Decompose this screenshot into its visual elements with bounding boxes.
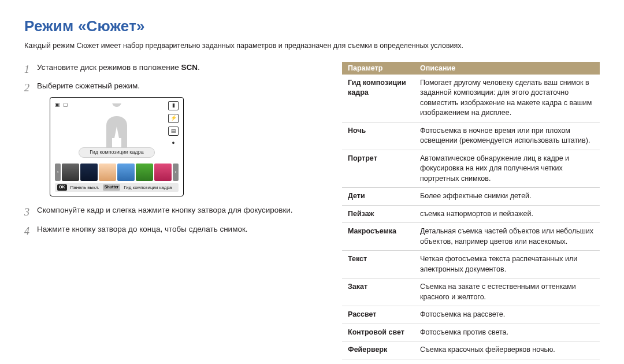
step-1-text-pre: Установите диск режимов в положение: [37, 63, 181, 72]
param-name: Портрет: [342, 150, 414, 188]
size-icon: ▤: [168, 127, 179, 136]
param-name: Контровой свет: [342, 324, 414, 341]
thumb-2[interactable]: [80, 164, 98, 181]
step-4-text: Нажмите кнопку затвора до конца, чтобы с…: [37, 225, 248, 233]
right-column: Параметр Описание Гид композиции кадраПо…: [342, 62, 600, 365]
flash-icon: ⚡: [168, 114, 179, 123]
step-3: Скомпонуйте кадр и слегка нажмите кнопку…: [24, 205, 319, 217]
step-4: Нажмите кнопку затвора до конца, чтобы с…: [24, 224, 319, 236]
param-desc: Фотосъемка на рассвете.: [414, 306, 600, 324]
screen-bottom-bar: OK Панель выкл. Shutter Гид композиции к…: [55, 183, 179, 192]
param-name: Фейерверк: [342, 341, 414, 359]
param-name: Пейзаж: [342, 205, 414, 223]
screen-top-left-icons: ▣ ▢: [55, 101, 69, 109]
ok-chip: OK: [57, 184, 67, 191]
photo-icon: ▢: [63, 102, 69, 107]
table-row: НочьФотосъемка в ночное время или при пл…: [342, 122, 600, 150]
scn-icon: SCN: [181, 63, 198, 72]
params-table: Параметр Описание Гид композиции кадраПо…: [342, 62, 600, 365]
param-desc: Помогает другому человеку сделать ваш сн…: [414, 75, 600, 122]
shutter-chip-label: Гид композиции кадра: [124, 184, 172, 191]
table-row: ЗакатСъемка на закате с естественными от…: [342, 278, 600, 306]
step-2: Выберите сюжетный режим. ▣ ▢ ▮ ⚡ ▤: [24, 80, 319, 196]
param-name: Гид композиции кадра: [342, 75, 414, 122]
ok-chip-label: Панель выкл.: [70, 184, 99, 191]
param-name: Рассвет: [342, 306, 414, 324]
guide-label: Гид композиции кадра: [79, 147, 155, 158]
param-name: Макросъемка: [342, 223, 414, 251]
table-row: Пляж/снегУменьшение недоэкспонирования, …: [342, 359, 600, 364]
two-columns: Установите диск режимов в положение SCN.…: [24, 62, 600, 365]
step-2-text: Выберите сюжетный режим.: [37, 81, 140, 90]
step-3-text: Скомпонуйте кадр и слегка нажмите кнопку…: [37, 206, 293, 214]
thumb-6[interactable]: [154, 164, 172, 181]
table-row: ТекстЧеткая фотосъемка текста распечатан…: [342, 251, 600, 278]
page-title: Режим «Сюжет»: [24, 17, 600, 35]
battery-icon: ▮: [168, 101, 179, 110]
left-column: Установите диск режимов в положение SCN.…: [24, 62, 319, 243]
params-tbody: Гид композиции кадраПомогает другому чел…: [342, 75, 600, 365]
th-desc: Описание: [414, 62, 600, 75]
mode-icon: ▣: [55, 102, 61, 107]
param-desc: Автоматическое обнаружение лиц в кадре и…: [414, 150, 600, 188]
thumbnail-strip: ‹ ›: [55, 164, 179, 181]
thumb-4[interactable]: [117, 164, 135, 181]
thumbnails: [62, 164, 172, 181]
guide-silhouette-icon: [82, 103, 151, 148]
param-desc: Более эффектные снимки детей.: [414, 188, 600, 206]
param-desc: Детальная съемка частей объектов или неб…: [414, 223, 600, 251]
table-row: Пейзажсъемка натюрмортов и пейзажей.: [342, 205, 600, 223]
step-1: Установите диск режимов в положение SCN.: [24, 62, 319, 74]
camera-screen: ▣ ▢ ▮ ⚡ ▤ ●: [50, 97, 184, 196]
param-desc: съемка натюрмортов и пейзажей.: [414, 205, 600, 223]
param-name: Пляж/снег: [342, 359, 414, 364]
table-row: Контровой светФотосъемка против света.: [342, 324, 600, 341]
param-name: Текст: [342, 251, 414, 278]
steps-list: Установите диск режимов в положение SCN.…: [24, 62, 319, 236]
table-row: ПортретАвтоматическое обнаружение лиц в …: [342, 150, 600, 188]
thumb-3[interactable]: [99, 164, 116, 181]
table-row: МакросъемкаДетальная съемка частей объек…: [342, 223, 600, 251]
storage-icon: ●: [169, 139, 178, 147]
th-param: Параметр: [342, 62, 414, 75]
screen-right-icons: ▮ ⚡ ▤ ●: [168, 101, 179, 147]
thumb-next-button[interactable]: ›: [173, 164, 179, 181]
param-name: Ночь: [342, 122, 414, 150]
param-name: Закат: [342, 278, 414, 306]
table-row: ДетиБолее эффектные снимки детей.: [342, 188, 600, 206]
table-row: Гид композиции кадраПомогает другому чел…: [342, 75, 600, 122]
thumb-5[interactable]: [136, 164, 153, 181]
thumb-prev-button[interactable]: ‹: [55, 164, 61, 181]
table-row: РассветФотосъемка на рассвете.: [342, 306, 600, 324]
table-row: ФейерверкСъемка красочных фейерверков но…: [342, 341, 600, 359]
step-1-text-post: .: [198, 63, 200, 72]
shutter-chip: Shutter: [103, 184, 121, 191]
param-desc: Фотосъемка в ночное время или при плохом…: [414, 122, 600, 150]
param-desc: Фотосъемка против света.: [414, 324, 600, 341]
param-desc: Съемка на закате с естественными оттенка…: [414, 278, 600, 306]
page: Режим «Сюжет» Каждый режим Сюжет имеет н…: [0, 0, 624, 364]
thumb-1[interactable]: [62, 164, 79, 181]
lead-text: Каждый режим Сюжет имеет набор предварит…: [24, 41, 600, 51]
param-name: Дети: [342, 188, 414, 206]
param-desc: Четкая фотосъемка текста распечатанных и…: [414, 251, 600, 278]
param-desc: Уменьшение недоэкспонирования, вызванног…: [414, 359, 600, 364]
param-desc: Съемка красочных фейерверков ночью.: [414, 341, 600, 359]
